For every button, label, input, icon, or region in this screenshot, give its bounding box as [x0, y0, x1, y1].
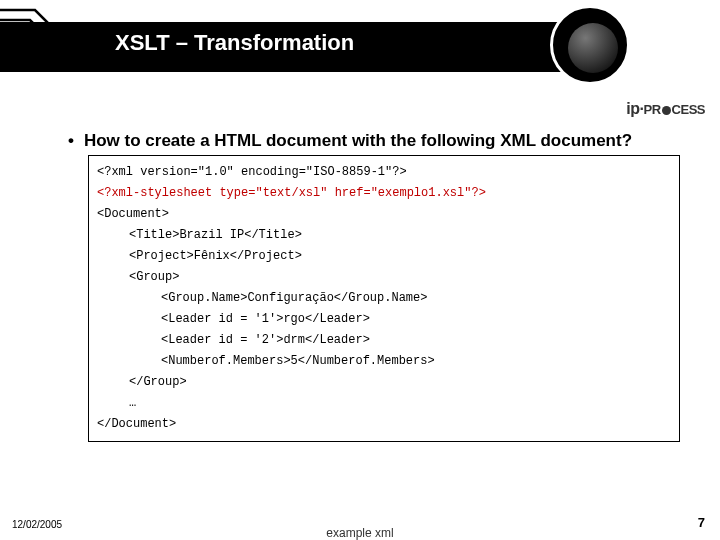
code-line-highlight: <?xml-stylesheet type="text/xsl" href="e…	[97, 183, 671, 204]
code-line: <Leader id = '1'>rgo</Leader>	[97, 309, 671, 330]
header-sphere	[568, 23, 618, 73]
code-line: …	[97, 393, 671, 414]
header-circle	[550, 5, 630, 85]
slide-title: XSLT – Transformation	[115, 30, 354, 56]
code-box: <?xml version="1.0" encoding="ISO-8859-1…	[88, 155, 680, 442]
logo: ip·PRCESS	[626, 100, 705, 118]
code-line: </Group>	[97, 372, 671, 393]
code-line: <Group>	[97, 267, 671, 288]
bullet-question: • How to create a HTML document with the…	[60, 130, 680, 151]
code-line: </Document>	[97, 414, 671, 435]
code-line: <Title>Brazil IP</Title>	[97, 225, 671, 246]
code-line: <Project>Fênix</Project>	[97, 246, 671, 267]
code-line: <Numberof.Members>5</Numberof.Members>	[97, 351, 671, 372]
page-number: 7	[698, 515, 705, 530]
footer-caption: example xml	[326, 526, 393, 540]
footer-date: 12/02/2005	[12, 519, 62, 530]
code-line: <Leader id = '2'>drm</Leader>	[97, 330, 671, 351]
content-area: • How to create a HTML document with the…	[60, 130, 680, 442]
bullet-marker: •	[68, 130, 74, 151]
code-line: <Group.Name>Configuração</Group.Name>	[97, 288, 671, 309]
code-line: <?xml version="1.0" encoding="ISO-8859-1…	[97, 162, 671, 183]
question-text: How to create a HTML document with the f…	[84, 130, 632, 151]
code-line: <Document>	[97, 204, 671, 225]
